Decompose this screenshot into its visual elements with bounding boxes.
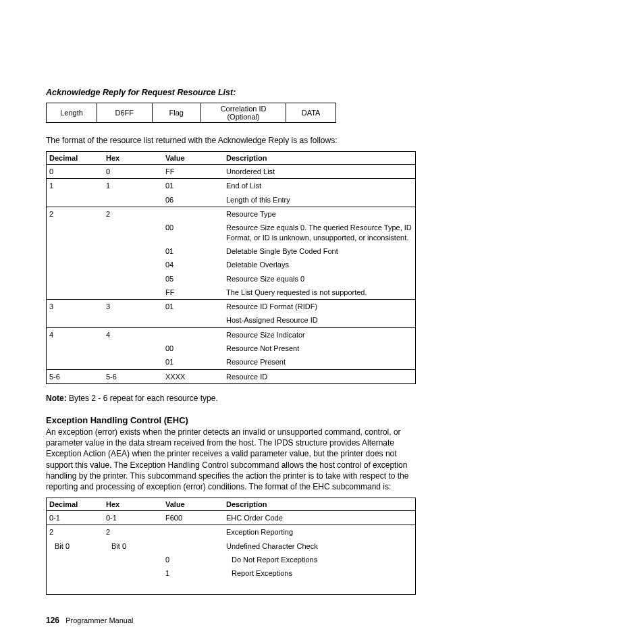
cell (103, 553, 163, 566)
cell: XXXX (163, 369, 223, 383)
table-row: 01Deletable Single Byte Coded Font (47, 244, 416, 258)
cell: 2 (47, 525, 104, 539)
resource-list-table: Decimal Hex Value Description 00FFUnorde… (46, 151, 416, 384)
table-row: 1 Report Exceptions (47, 566, 416, 580)
cell (47, 566, 104, 580)
cell: 2 (103, 207, 163, 221)
note-label: Note: (46, 394, 67, 403)
cell (47, 286, 104, 300)
cell: 5-6 (47, 369, 104, 383)
table-row: 1101End of List (47, 179, 416, 193)
cell-data: DATA (286, 103, 336, 123)
cell: Undefined Character Check (223, 539, 416, 553)
col-value: Value (163, 152, 223, 165)
table-row: 00Resource Not Present (47, 342, 416, 355)
cell (103, 342, 163, 355)
col-decimal: Decimal (47, 498, 104, 511)
cell-flag: Flag (152, 103, 200, 123)
cell (47, 258, 104, 271)
page: Acknowledge Reply for Request Resource L… (0, 0, 644, 644)
cell (47, 313, 104, 327)
cell (47, 221, 104, 244)
intro-paragraph: The format of the resource list returned… (46, 135, 416, 146)
col-hex: Hex (103, 498, 163, 511)
table-row: 00FFUnordered List (47, 165, 416, 179)
table-row: 0-1 0-1 F600 EHC Order Code (47, 511, 416, 525)
page-footer: 126 Programmer Manual (46, 616, 133, 625)
table-row: 01Resource Present (47, 355, 416, 369)
cell: 05 (163, 272, 223, 286)
cell (103, 313, 163, 327)
cell: Exception Reporting (223, 525, 416, 539)
table-row: Bit 0 Bit 0 Undefined Character Check (47, 539, 416, 553)
cell: Resource ID Format (RIDF) (223, 300, 416, 314)
cell (103, 193, 163, 207)
table-row: 22Resource Type (47, 207, 416, 221)
cell: Resource Size equals 0. The queried Reso… (223, 221, 416, 244)
ehc-paragraph: An exception (error) exists when the pri… (46, 427, 416, 492)
cell (163, 525, 223, 539)
cell: F600 (163, 511, 223, 525)
col-value: Value (163, 498, 223, 511)
cell: Deletable Overlays (223, 258, 416, 271)
cell (47, 342, 104, 355)
cell: Unordered List (223, 165, 416, 179)
cell: 00 (163, 221, 223, 244)
table-row: 5-65-6XXXXResource ID (47, 369, 416, 383)
cell: 1 (103, 179, 163, 193)
content: Acknowledge Reply for Request Resource L… (46, 88, 416, 595)
cell: 2 (103, 525, 163, 539)
note-text: Bytes 2 - 6 repeat for each resource typ… (67, 394, 218, 403)
cell: 00 (163, 342, 223, 355)
cell: Bit 0 (47, 539, 104, 553)
cell: Deletable Single Byte Coded Font (223, 244, 416, 258)
cell: Resource ID (223, 369, 416, 383)
table-row: 04Deletable Overlays (47, 258, 416, 271)
cell: Resource Present (223, 355, 416, 369)
ehc-table: Decimal Hex Value Description 0-1 0-1 F6… (46, 498, 416, 594)
table-row: 3301Resource ID Format (RIDF) (47, 300, 416, 314)
table-row: 05Resource Size equals 0 (47, 272, 416, 286)
cell: 2 (47, 207, 104, 221)
table-row (47, 581, 416, 595)
table-row: 0 Do Not Report Exceptions (47, 553, 416, 566)
cell (103, 355, 163, 369)
cell-correlation: Correlation ID (Optional) (200, 103, 286, 123)
cell: 01 (163, 179, 223, 193)
cell: 01 (163, 244, 223, 258)
table-row: 06Length of this Entry (47, 193, 416, 207)
table-row: FFThe List Query requested is not suppor… (47, 286, 416, 300)
cell: Resource Not Present (223, 342, 416, 355)
col-description: Description (223, 152, 416, 165)
cell-d6ff: D6FF (97, 103, 153, 123)
cell: 5-6 (103, 369, 163, 383)
cell: Resource Size equals 0 (223, 272, 416, 286)
col-hex: Hex (103, 152, 163, 165)
cell: 4 (103, 327, 163, 342)
cell: End of List (223, 179, 416, 193)
table-row: 44Resource Size Indicator (47, 327, 416, 342)
ehc-heading: Exception Handling Control (EHC) (46, 415, 416, 425)
cell: Do Not Report Exceptions (223, 553, 416, 566)
cell: Host-Assigned Resource ID (223, 313, 416, 327)
cell (103, 272, 163, 286)
cell (163, 313, 223, 327)
cell (103, 244, 163, 258)
page-number: 126 (46, 616, 59, 625)
col-decimal: Decimal (47, 152, 104, 165)
cell: Report Exceptions (223, 566, 416, 580)
cell (103, 258, 163, 271)
cell (163, 539, 223, 553)
cell (103, 566, 163, 580)
cell (103, 221, 163, 244)
cell: 04 (163, 258, 223, 271)
cell: 4 (47, 327, 104, 342)
cell (47, 581, 104, 595)
cell (47, 553, 104, 566)
cell (163, 207, 223, 221)
cell: Resource Size Indicator (223, 327, 416, 342)
ack-reply-structure-table: Length D6FF Flag Correlation ID (Optiona… (46, 103, 336, 123)
cell: 3 (47, 300, 104, 314)
ack-reply-heading: Acknowledge Reply for Request Resource L… (46, 88, 416, 97)
col-description: Description (223, 498, 416, 511)
